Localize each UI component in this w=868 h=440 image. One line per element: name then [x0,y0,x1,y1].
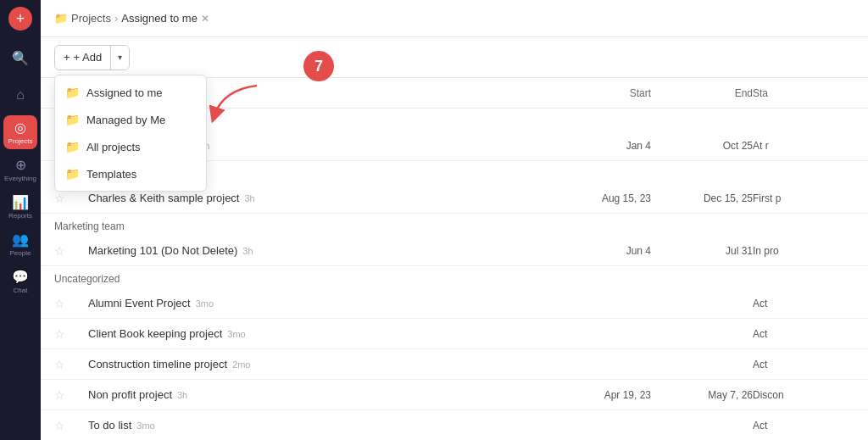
add-button-main[interactable]: + + Add [55,46,110,70]
end-date: Jul 31 [651,245,753,257]
sidebar-item-reports[interactable]: 📊 Reports [3,190,37,224]
sidebar-item-everything[interactable]: ⊕ Everything [3,153,37,187]
home-icon: ⌂ [16,87,25,103]
folder-managed-icon: 📁 [65,113,80,126]
star-icon[interactable]: ☆ [54,297,65,310]
star-cell: ☆ [54,244,88,258]
status-cell: Discon [753,389,854,401]
folder-templates-icon: 📁 [65,167,80,181]
star-cell: ☆ [54,192,88,205]
breadcrumb-separator: › [114,12,118,25]
sidebar-item-people[interactable]: 👥 People [3,227,37,261]
star-icon[interactable]: ☆ [54,419,65,432]
project-title[interactable]: To do list [88,419,131,432]
section-header: Marketing team [41,214,868,236]
project-time: 2mo [232,359,250,370]
project-title[interactable]: Non profit project [88,388,172,401]
end-date: May 7, 26 [651,389,753,401]
breadcrumb: 📁 Projects › Assigned to me ✕ [54,12,209,25]
status-cell: In pro [753,245,854,257]
people-icon: 👥 [12,231,29,248]
status-cell: Act [753,359,854,370]
start-date: Aug 15, 23 [549,192,651,204]
chat-icon: 💬 [12,269,29,285]
sidebar-item-search[interactable]: 🔍 [3,41,37,75]
sidebar-item-projects-label: Projects [8,137,33,145]
project-title[interactable]: Charles & Keith sample project [88,192,239,204]
start-date: Jun 4 [549,245,651,257]
star-icon[interactable]: ☆ [54,192,65,205]
project-time: 3mo [136,421,154,431]
project-title[interactable]: Marketing 101 (Do Not Delete) [88,244,237,257]
project-name-cell: To do list 3mo [88,419,549,432]
table-row[interactable]: ☆ To do list 3mo Act [41,410,868,440]
dropdown-chevron-icon: ▾ [118,53,122,62]
dropdown-item-assigned[interactable]: 📁 Assigned to me [55,79,206,106]
breadcrumb-current-text: Assigned to me [121,12,198,25]
dropdown-item-templates-label: Templates [86,168,136,181]
project-time: 3h [242,246,253,256]
dropdown-item-assigned-label: Assigned to me [86,86,163,99]
add-button-group[interactable]: + + Add ▾ [54,45,130,70]
project-title[interactable]: Construction timeline project [88,358,227,370]
main-content: 📁 Projects › Assigned to me ✕ + + Add ▾ … [41,0,868,440]
star-cell: ☆ [54,327,88,341]
sidebar-item-home[interactable]: ⌂ [3,78,37,112]
project-name-cell: Non profit project 3h [88,388,549,401]
annotation-badge-7: 7 [303,51,334,81]
everything-icon: ⊕ [15,157,26,173]
add-global-button[interactable]: + [8,7,32,31]
projects-icon: ◎ [14,120,26,136]
star-cell: ☆ [54,419,88,432]
dropdown-item-managed-label: Managed by Me [86,114,165,126]
table-row[interactable]: ☆ Non profit project 3h Apr 19, 23 May 7… [41,380,868,410]
status-cell: At r [753,140,854,152]
table-row[interactable]: ☆ Client Book keeping project 3mo Act [41,319,868,349]
sidebar-item-projects[interactable]: ◎ Projects [3,115,37,149]
status-cell: First p [753,192,854,204]
star-icon[interactable]: ☆ [54,388,65,402]
star-icon[interactable]: ☆ [54,327,65,341]
dropdown-item-managed[interactable]: 📁 Managed by Me [55,106,206,133]
project-title[interactable]: Client Book keeping project [88,327,222,340]
table-row[interactable]: ☆ Alumni Event Project 3mo Act [41,288,868,319]
dropdown-menu: 📁 Assigned to me 📁 Managed by Me 📁 All p… [54,75,207,192]
status-cell: Act [753,298,854,309]
topbar: 📁 Projects › Assigned to me ✕ [41,0,868,37]
project-name-cell: Charles & Keith sample project 3h [88,192,549,204]
star-cell: ☆ [54,388,88,402]
reports-icon: 📊 [12,194,29,210]
sidebar-item-chat[interactable]: 💬 Chat [3,265,37,298]
sidebar-item-people-label: People [10,249,31,257]
start-date: Jan 4 [549,140,651,152]
project-title[interactable]: Alumni Event Project [88,297,191,309]
start-date: Apr 19, 23 [549,389,651,401]
breadcrumb-close-icon[interactable]: ✕ [201,13,209,25]
status-cell: Act [753,328,854,340]
breadcrumb-current: Assigned to me ✕ [121,12,209,25]
project-name-cell: Marketing 101 (Do Not Delete) 3h [88,244,549,257]
project-time: 3h [244,193,254,203]
project-time: 3mo [196,298,214,309]
annotation-number: 7 [314,58,323,75]
folder-icon: 📁 [54,12,68,25]
table-row[interactable]: ☆ Construction timeline project 2mo Act [41,349,868,380]
status-cell: Act [753,420,854,432]
plus-icon: + [16,10,25,28]
dropdown-item-templates[interactable]: 📁 Templates [55,160,206,187]
header-end: End [651,87,753,99]
star-icon[interactable]: ☆ [54,244,65,258]
toolbar: + + Add ▾ 📁 Assigned to me 📁 Managed by … [41,37,868,78]
dropdown-item-all-label: All projects [86,141,141,153]
add-button-dropdown-arrow[interactable]: ▾ [110,46,129,70]
star-icon[interactable]: ☆ [54,358,65,371]
project-time: 3mo [227,329,245,339]
table-row[interactable]: ☆ Marketing 101 (Do Not Delete) 3h Jun 4… [41,236,868,266]
breadcrumb-root[interactable]: Projects [71,12,111,25]
search-icon: 🔍 [12,50,29,66]
sidebar: + 🔍 ⌂ ◎ Projects ⊕ Everything 📊 Reports … [0,0,41,440]
end-date: Dec 15, 25 [651,192,753,204]
project-name-cell: Client Book keeping project 3mo [88,327,549,340]
dropdown-item-all[interactable]: 📁 All projects [55,133,206,160]
star-cell: ☆ [54,297,88,310]
